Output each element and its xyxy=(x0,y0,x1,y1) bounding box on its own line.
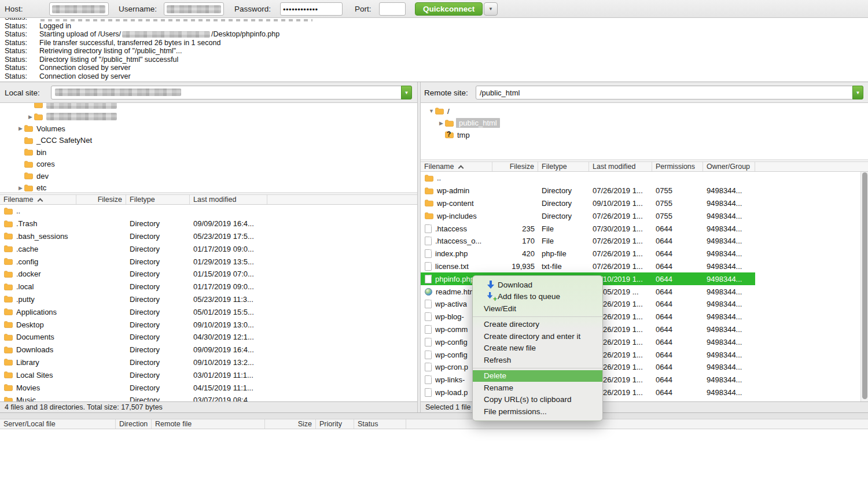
remote-site-dropdown-button[interactable]: ▼ xyxy=(852,86,863,99)
local-col-filesize[interactable]: Filesize xyxy=(76,195,126,204)
remote-col-filename[interactable]: Filename xyxy=(421,162,492,171)
menu-item-view-edit[interactable]: View/Edit xyxy=(473,303,602,315)
tree-item[interactable]: cores xyxy=(0,158,417,171)
queue-splitter[interactable] xyxy=(0,412,868,419)
menu-item-delete[interactable]: Delete xyxy=(473,370,602,382)
queue-col-status[interactable]: Status xyxy=(354,419,406,429)
filetype-cell: Directory xyxy=(126,257,190,266)
remote-col-filetype[interactable]: Filetype xyxy=(538,162,589,171)
remote-site-label: Remote site: xyxy=(424,89,468,97)
tree-item[interactable]: ▶ etc xyxy=(0,182,417,194)
remote-col-owner[interactable]: Owner/Group xyxy=(703,162,755,171)
tree-item[interactable]: _CCC SafetyNet xyxy=(0,135,417,147)
file-row[interactable]: Local SitesDirectory03/01/2019 11:1... xyxy=(0,368,417,381)
menu-item-file-permissions[interactable]: File permissions... xyxy=(473,405,602,418)
password-input[interactable]: •••••••••••• xyxy=(280,2,343,16)
expand-closed-icon: ▶ xyxy=(437,120,445,126)
file-row[interactable]: wp-includesDirectory07/26/2019 1...07559… xyxy=(421,209,755,222)
host-input[interactable] xyxy=(49,2,109,16)
tree-item[interactable]: ▼ / xyxy=(421,105,868,117)
queue-col-direction[interactable]: Direction xyxy=(116,419,152,429)
port-label: Port: xyxy=(355,5,372,13)
file-row[interactable]: .configDirectory01/29/2019 13:5... xyxy=(0,255,417,268)
file-row[interactable]: wp-adminDirectory07/26/2019 1...07559498… xyxy=(421,185,755,197)
file-row[interactable]: .puttyDirectory05/23/2019 11:3... xyxy=(0,293,417,306)
file-row[interactable]: wp-contentDirectory09/10/2019 1...075594… xyxy=(421,197,755,210)
remote-col-permissions[interactable]: Permissions xyxy=(652,162,703,171)
file-row[interactable]: .htaccess235File07/30/2019 1...064494983… xyxy=(421,222,755,235)
file-row[interactable]: DownloadsDirectory09/09/2019 16:4... xyxy=(0,344,417,356)
menu-item-create-directory[interactable]: Create directory xyxy=(473,319,602,331)
file-row[interactable]: .dockerDirectory01/15/2019 07:0... xyxy=(0,268,417,281)
file-row[interactable]: DesktopDirectory09/10/2019 13:0... xyxy=(0,318,417,331)
filetype-cell: Directory xyxy=(126,219,190,228)
menu-item-download[interactable]: Download xyxy=(473,279,602,291)
quickconnect-button[interactable]: Quickconnect xyxy=(415,2,483,16)
tree-item[interactable]: ▶ public_html xyxy=(421,117,868,130)
menu-item-copy-url-s-to-clipboard[interactable]: Copy URL(s) to clipboard xyxy=(473,394,602,406)
sort-ascending-icon xyxy=(458,165,464,171)
file-row[interactable]: DocumentsDirectory04/30/2019 12:1... xyxy=(0,331,417,344)
queue-col-server-local-file[interactable]: Server/Local file xyxy=(0,419,116,429)
local-col-filetype[interactable]: Filetype xyxy=(126,195,190,204)
tree-item[interactable]: ▶ Volumes xyxy=(0,123,417,135)
expand-closed-icon: ▶ xyxy=(17,185,24,191)
file-row[interactable]: .TrashDirectory09/09/2019 16:4... xyxy=(0,217,417,230)
remote-col-filesize[interactable]: Filesize xyxy=(492,162,538,171)
filename-cell: wp-content xyxy=(421,199,492,208)
username-input[interactable] xyxy=(164,2,224,16)
filename-text: Local Sites xyxy=(16,371,53,379)
file-row[interactable]: MoviesDirectory04/15/2019 11:1... xyxy=(0,381,417,394)
menu-item-create-new-file[interactable]: Create new file xyxy=(473,342,602,355)
filename-text: index.php xyxy=(435,249,468,258)
menu-item-refresh[interactable]: Refresh xyxy=(473,354,602,366)
modified-cell: 09/10/2019 13:0... xyxy=(190,320,267,329)
port-input[interactable] xyxy=(379,2,406,16)
menu-item-rename[interactable]: Rename xyxy=(473,382,602,394)
local-col-filename[interactable]: Filename xyxy=(0,195,76,204)
file-row[interactable]: LibraryDirectory09/10/2019 13:2... xyxy=(0,356,417,369)
tree-item-label: Volumes xyxy=(36,124,65,133)
filename-text: .docker xyxy=(16,270,41,278)
local-col-modified[interactable]: Last modified xyxy=(190,195,267,204)
local-site-redacted-value xyxy=(55,89,181,96)
menu-item-add-files-to-queue[interactable]: +Add files to queue xyxy=(473,291,602,303)
redacted-path xyxy=(122,31,210,38)
file-row[interactable]: .. xyxy=(421,172,755,185)
log-text: Connection closed by server xyxy=(39,72,131,80)
local-site-dropdown-button[interactable]: ▼ xyxy=(401,86,412,99)
queue-col-size[interactable]: Size xyxy=(265,419,316,429)
file-row[interactable]: MusicDirectory03/07/2019 08:4... xyxy=(0,394,417,401)
file-row[interactable]: .. xyxy=(0,205,417,217)
file-row[interactable]: license.txt19,935txt-file07/26/2019 1...… xyxy=(421,260,755,273)
remote-site-combo[interactable]: /public_html ▼ xyxy=(476,86,863,99)
menu-item-create-directory-and-enter-it[interactable]: Create directory and enter it xyxy=(473,330,602,342)
tree-item[interactable] xyxy=(0,103,417,111)
message-log: Status:Status:Logged inStatus:Starting u… xyxy=(0,18,868,82)
modified-cell: 07/26/2019 1... xyxy=(589,249,652,258)
remote-list-scrollbar[interactable] xyxy=(860,172,868,401)
file-row[interactable]: index.php420php-file07/26/2019 1...06449… xyxy=(421,248,755,260)
quickconnect-dropdown-button[interactable]: ▼ xyxy=(484,2,498,16)
filename-text: wp-activa xyxy=(435,300,467,308)
remote-col-modified[interactable]: Last modified xyxy=(589,162,652,171)
folder-icon xyxy=(4,334,13,341)
scrollbar-thumb[interactable] xyxy=(862,172,867,399)
queue-col-remote-file[interactable]: Remote file xyxy=(152,419,265,429)
tree-item[interactable]: ▶ xyxy=(0,111,417,123)
file-row[interactable]: .cacheDirectory01/17/2019 09:0... xyxy=(0,242,417,255)
file-row[interactable]: .bash_sessionsDirectory05/23/2019 17:5..… xyxy=(0,230,417,243)
file-row[interactable]: ApplicationsDirectory05/01/2019 15:5... xyxy=(0,305,417,318)
local-site-combo[interactable]: ▼ xyxy=(51,86,412,99)
queue-col-priority[interactable]: Priority xyxy=(316,419,354,429)
permissions-cell: 0644 xyxy=(652,237,703,245)
folder-icon xyxy=(24,137,33,144)
host-redacted-value xyxy=(52,5,105,13)
filetype-cell: Directory xyxy=(538,199,589,208)
file-row[interactable]: .htaccess_o...170File07/26/2019 1...0644… xyxy=(421,235,755,248)
tree-item[interactable]: bin xyxy=(0,146,417,158)
file-row[interactable]: .localDirectory01/17/2019 09:0... xyxy=(0,281,417,293)
add-to-queue-arrow-icon: + xyxy=(484,292,498,301)
tree-item[interactable]: dev xyxy=(0,170,417,182)
tree-item[interactable]: ?tmp xyxy=(421,129,868,141)
